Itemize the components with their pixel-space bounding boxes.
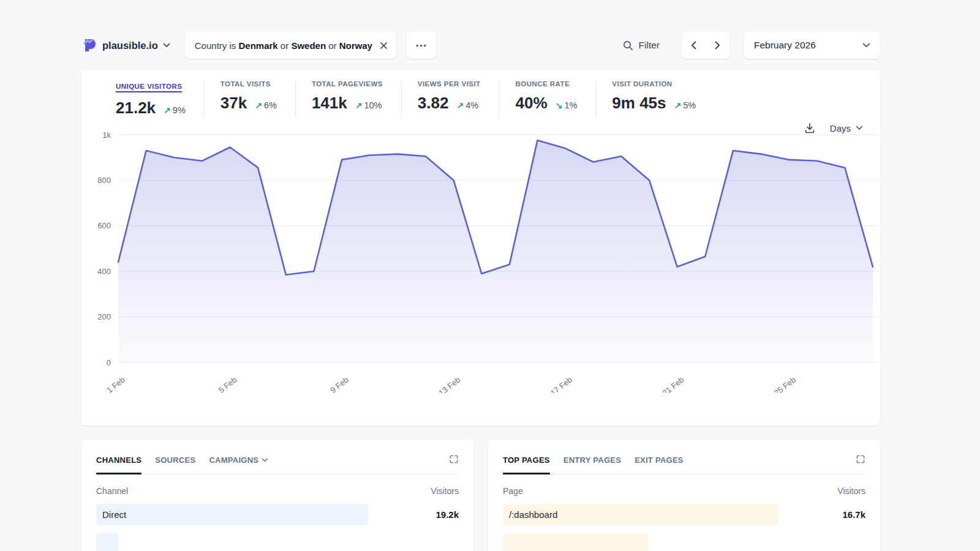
next-period-button[interactable]: [711, 37, 724, 53]
metric-delta: ↗9%: [164, 105, 186, 115]
chevron-down-icon: [862, 43, 870, 48]
metric-delta: ↘1%: [556, 100, 578, 110]
metric-delta: ↗5%: [674, 100, 696, 110]
row-value: 16.7k: [842, 504, 865, 525]
row-bar: [503, 533, 648, 551]
svg-text:5 Feb: 5 Feb: [217, 375, 238, 393]
metric-value: 141k: [312, 94, 347, 113]
svg-text:800: 800: [97, 176, 111, 185]
arrow-up-right-icon: ↗: [674, 100, 682, 110]
breakdown-row: CHANNELSSOURCESCAMPAIGNSChannelVisitorsD…: [81, 440, 880, 551]
metric-label: VISIT DURATION: [612, 80, 696, 88]
svg-text:9 Feb: 9 Feb: [328, 375, 350, 393]
expand-icon[interactable]: [449, 453, 459, 466]
breakdown-rows: Direct19.2k: [96, 504, 459, 551]
metric-label: UNIQUE VISITORS: [116, 83, 182, 92]
arrow-up-right-icon: ↗: [456, 100, 464, 110]
site-switcher[interactable]: plausible.io: [81, 37, 170, 53]
filter-chip[interactable]: Country is Denmark or Sweden or Norway: [185, 32, 396, 59]
svg-text:400: 400: [97, 267, 111, 276]
tab-exit-pages[interactable]: EXIT PAGES: [635, 453, 684, 474]
tab-channels[interactable]: CHANNELS: [96, 453, 141, 474]
list-item-partial[interactable]: [96, 533, 459, 551]
tab-sources[interactable]: SOURCES: [155, 453, 195, 474]
row-label[interactable]: Direct: [96, 509, 126, 520]
date-range-picker[interactable]: February 2026: [744, 32, 880, 59]
breakdown-rows: /:dashboard16.7k: [503, 504, 865, 551]
metric-label: VIEWS PER VISIT: [418, 80, 481, 88]
row-label[interactable]: /:dashboard: [503, 509, 557, 520]
metric-value: 37k: [221, 94, 247, 113]
column-key-header: Channel: [96, 486, 128, 496]
card-header: CHANNELSSOURCESCAMPAIGNS: [96, 453, 459, 474]
filter-search-label: Filter: [639, 40, 660, 51]
metric-value: 40%: [516, 94, 548, 113]
card-header: TOP PAGESENTRY PAGESEXIT PAGES: [503, 453, 865, 474]
row-bar: [96, 504, 368, 525]
arrow-up-right-icon: ↗: [355, 100, 363, 110]
list-item[interactable]: /:dashboard16.7k: [503, 504, 865, 525]
metric-total-visits[interactable]: TOTAL VISITS37k↗6%: [204, 80, 295, 118]
expand-icon[interactable]: [856, 453, 865, 466]
metric-visit-duration[interactable]: VISIT DURATION9m 45s↗5%: [595, 80, 714, 118]
metric-label: TOTAL VISITS: [221, 80, 277, 88]
plausible-logo-icon: [81, 37, 97, 53]
tab-top-pages[interactable]: TOP PAGES: [503, 453, 550, 474]
svg-text:600: 600: [97, 221, 111, 230]
metric-delta: ↗10%: [355, 100, 382, 110]
chart-toolbar: Days: [804, 122, 863, 133]
row-label[interactable]: [503, 539, 509, 549]
stats-row: UNIQUE VISITORS21.2k↗9%TOTAL VISITS37k↗6…: [81, 80, 880, 118]
search-icon: [623, 40, 633, 51]
chevron-down-icon: [262, 458, 268, 462]
metric-total-pageviews[interactable]: TOTAL PAGEVIEWS141k↗10%: [295, 80, 401, 118]
column-value-header: Visitors: [431, 486, 459, 496]
row-label[interactable]: [96, 539, 102, 549]
card-tabs: TOP PAGESENTRY PAGESEXIT PAGES: [503, 453, 684, 474]
arrow-up-right-icon: ↗: [255, 100, 262, 110]
list-item-partial[interactable]: [503, 533, 865, 551]
arrow-down-right-icon: ↘: [556, 100, 563, 110]
filter-chip-text: Country is Denmark or Sweden or Norway: [195, 40, 372, 51]
metric-label: BOUNCE RATE: [516, 80, 578, 88]
period-nav: [682, 32, 729, 59]
metric-views-per-visit[interactable]: VIEWS PER VISIT3.82↗4%: [401, 80, 499, 118]
more-filters-button[interactable]: ...: [407, 32, 436, 59]
metric-delta: ↗6%: [255, 100, 277, 110]
interval-selector[interactable]: Days: [830, 123, 863, 133]
svg-text:17 Feb: 17 Feb: [549, 375, 574, 393]
metric-value: 9m 45s: [612, 94, 666, 113]
column-value-header: Visitors: [837, 486, 865, 496]
column-headers: PageVisitors: [503, 486, 865, 496]
metric-unique-visitors[interactable]: UNIQUE VISITORS21.2k↗9%: [100, 80, 204, 118]
visitors-chart[interactable]: 02004006008001k1 Feb5 Feb9 Feb13 Feb17 F…: [90, 131, 880, 395]
metric-value: 21.2k: [116, 99, 156, 118]
column-key-header: Page: [503, 486, 523, 496]
filter-search-button[interactable]: Filter: [623, 40, 660, 51]
prev-period-button[interactable]: [687, 37, 700, 53]
list-item[interactable]: Direct19.2k: [96, 504, 459, 525]
date-range-label: February 2026: [754, 40, 816, 51]
metric-delta: ↗4%: [456, 100, 478, 110]
svg-text:1k: 1k: [102, 131, 111, 140]
chevron-down-icon: [856, 126, 863, 130]
svg-text:21 Feb: 21 Feb: [660, 375, 685, 393]
topbar: plausible.io Country is Denmark or Swede…: [81, 32, 880, 59]
metric-bounce-rate[interactable]: BOUNCE RATE40%↘1%: [499, 80, 596, 118]
close-icon[interactable]: [380, 42, 388, 50]
svg-text:13 Feb: 13 Feb: [437, 375, 462, 393]
analytics-card: UNIQUE VISITORS21.2k↗9%TOTAL VISITS37k↗6…: [81, 70, 880, 425]
interval-label: Days: [830, 123, 851, 133]
site-name: plausible.io: [102, 40, 158, 51]
svg-text:25 Feb: 25 Feb: [772, 375, 797, 393]
tab-entry-pages[interactable]: ENTRY PAGES: [564, 453, 621, 474]
svg-text:0: 0: [107, 358, 111, 367]
svg-text:1 Feb: 1 Feb: [105, 375, 126, 393]
metric-value: 3.82: [418, 94, 449, 113]
tab-campaigns[interactable]: CAMPAIGNS: [209, 453, 268, 474]
column-headers: ChannelVisitors: [96, 486, 459, 496]
card-tabs: CHANNELSSOURCESCAMPAIGNS: [96, 453, 268, 474]
metric-label: TOTAL PAGEVIEWS: [312, 80, 383, 88]
download-icon[interactable]: [804, 122, 815, 133]
pages-card: TOP PAGESENTRY PAGESEXIT PAGESPageVisito…: [488, 440, 880, 551]
